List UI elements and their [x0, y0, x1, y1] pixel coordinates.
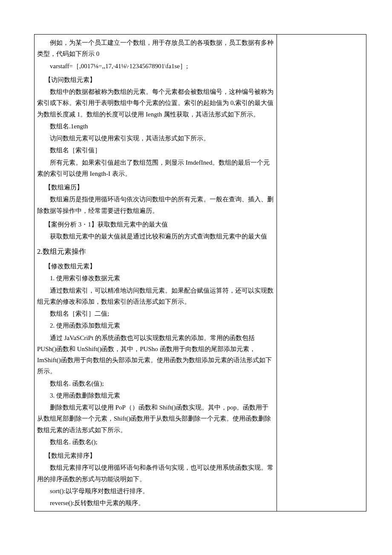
code-line: varstaff=［,0017⅛=,,17,·41⅛\·12345678901\… — [37, 61, 274, 72]
paragraph: 数组中的数据都被称为数组的元素。每个元素都会被数组编号，这种编号被称为索引或下标… — [37, 86, 274, 120]
paragraph: reverse():反转数组中元素的顺序。 — [37, 497, 274, 509]
code-line: 数组名.1ength — [37, 121, 274, 132]
code-line: 数组名. 函数名(值); — [37, 378, 274, 389]
document-page: 例如，为某一个员工建立一个数组，用于存放员工的各项数据，员工数据有多种类型，代码… — [0, 0, 392, 555]
paragraph: 所有元素。如果索引值超出了数组范围，则显示 ImdefIned。数组的最后一个元… — [37, 157, 274, 180]
paragraph: 删除数组元素可以使用 PoP（）函数和 Shift()函数实现。其中，pop。函… — [37, 402, 274, 436]
list-item: 2. 使用函数添加数组元素 — [37, 320, 274, 331]
side-column — [277, 35, 366, 511]
section-heading: 【修改数组元素】 — [37, 261, 274, 272]
paragraph: 访问数组元素可以使用索引实现，其语法形式如下所示。 — [37, 133, 274, 144]
paragraph: 数组遍历是指使用循环语句依次访问数组中的所有元素。一般在查询、插入、删除数据等操… — [37, 194, 274, 216]
paragraph: 例如，为某一个员工建立一个数组，用于存放员工的各项数据，员工数据有多种类型，代码… — [37, 37, 274, 60]
paragraph: 获取数组元素中的最大值就是通过比较和遍历的方式查询数组元素中的最大值 — [37, 231, 274, 242]
section-heading: 【案例分析 3・1】获取数组元素中的最大值 — [37, 219, 274, 230]
heading-2: 2.数组元素操作 — [37, 245, 274, 258]
main-column: 例如，为某一个员工建立一个数组，用于存放员工的各项数据，员工数据有多种类型，代码… — [35, 35, 277, 511]
paragraph: sort():以字母顺序对数组进行排序。 — [37, 485, 274, 497]
list-item: 1. 使用索引修改数据元素 — [37, 273, 274, 284]
paragraph: 通过数组索引，可以精准地访问数组元素。如果配合赋值运算符，还可以实现数组元素的修… — [37, 285, 274, 308]
section-heading: 【数组遍历】 — [37, 182, 274, 193]
code-line: 数组名［索引值］ — [37, 145, 274, 156]
layout-table: 例如，为某一个员工建立一个数组，用于存放员工的各项数据，员工数据有多种类型，代码… — [34, 34, 366, 511]
code-line: 数组名［索引］二值; — [37, 308, 274, 319]
paragraph: 通过 JaVaSCriPt 的系统函数也可以实现数组元素的添加。常用的函数包括P… — [37, 332, 274, 377]
section-heading: 【访问数组元素】 — [37, 74, 274, 85]
list-item: 3. 使用函数删除数组元素 — [37, 390, 274, 401]
paragraph: 数组元素排序可以使用循环语句和条件语句实现，也可以使用系统函数实现。常用的排序函… — [37, 462, 274, 485]
section-heading: 【数组元素排序】 — [37, 450, 274, 461]
code-line: 数组名. 函数名(); — [37, 436, 274, 447]
